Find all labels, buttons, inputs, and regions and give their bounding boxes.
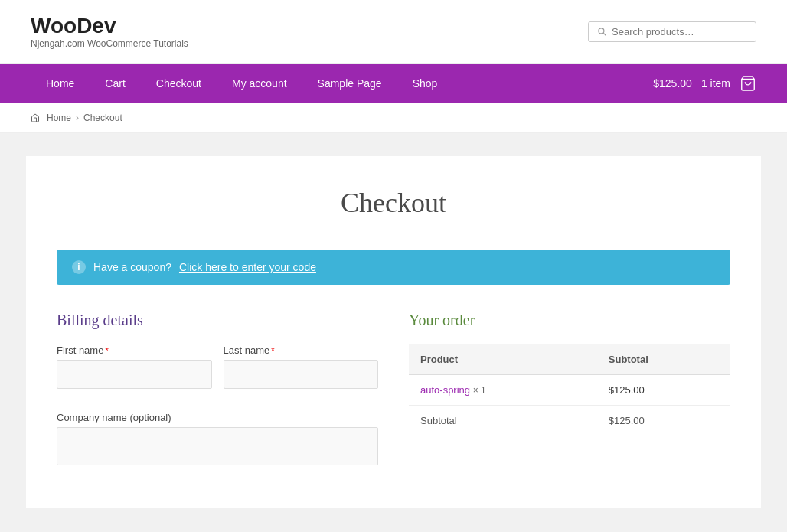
nav-item-home[interactable]: Home — [31, 64, 90, 103]
nav-item-checkout[interactable]: Checkout — [141, 64, 217, 103]
coupon-banner: i Have a coupon? Click here to enter you… — [57, 250, 730, 285]
company-name-label: Company name (optional) — [57, 412, 378, 423]
required-star-lastname: * — [271, 346, 274, 355]
product-cell: auto-spring × 1 — [409, 375, 597, 406]
company-name-input[interactable] — [57, 427, 378, 465]
last-name-group: Last name* — [224, 344, 379, 389]
breadcrumb-home[interactable]: Home — [47, 113, 71, 123]
nav-item-cart[interactable]: Cart — [90, 64, 140, 103]
last-name-input[interactable] — [224, 360, 379, 389]
site-nav: Home Cart Checkout My account Sample Pag… — [0, 64, 787, 103]
product-qty: × 1 — [473, 385, 486, 396]
product-price: $125.00 — [597, 375, 730, 406]
site-title: WooDev — [31, 14, 188, 38]
home-icon — [31, 113, 40, 122]
nav-item-myaccount[interactable]: My account — [217, 64, 302, 103]
subtotal-value: $125.00 — [597, 406, 730, 436]
cart-count: 1 item — [701, 77, 730, 90]
coupon-text: Have a coupon? — [93, 261, 171, 273]
first-name-group: First name* — [57, 344, 212, 389]
first-name-label: First name* — [57, 344, 212, 356]
cart-info: $125.00 1 item — [653, 75, 756, 92]
order-section: Your order Product Subtotal auto-spring … — [409, 312, 730, 477]
checkout-grid: Billing details First name* Last name* C… — [57, 312, 730, 477]
name-form-row: First name* Last name* — [57, 344, 378, 400]
billing-section: Billing details First name* Last name* C… — [57, 312, 378, 477]
billing-title: Billing details — [57, 312, 378, 329]
product-name-link[interactable]: auto-spring — [420, 384, 470, 396]
search-icon — [596, 26, 607, 37]
required-star-firstname: * — [105, 346, 108, 355]
coupon-link[interactable]: Click here to enter your code — [179, 261, 316, 273]
last-name-label: Last name* — [224, 344, 379, 356]
subtotal-row: Subtotal $125.00 — [409, 406, 730, 436]
nav-item-samplepage[interactable]: Sample Page — [302, 64, 397, 103]
breadcrumb-current: Checkout — [83, 113, 122, 123]
breadcrumb: Home › Checkout — [0, 103, 787, 133]
site-header: WooDev Njengah.com WooCommerce Tutorials — [0, 0, 787, 64]
cart-icon[interactable] — [740, 75, 756, 92]
subtotal-label: Subtotal — [409, 406, 597, 436]
info-icon: i — [72, 260, 86, 274]
site-branding: WooDev Njengah.com WooCommerce Tutorials — [31, 14, 188, 49]
order-col-product: Product — [409, 344, 597, 375]
table-row: auto-spring × 1 $125.00 — [409, 375, 730, 406]
breadcrumb-separator: › — [76, 113, 79, 123]
cart-total: $125.00 — [653, 77, 692, 90]
order-table: Product Subtotal auto-spring × 1 $125.00… — [409, 344, 730, 436]
main-content: Checkout i Have a coupon? Click here to … — [26, 156, 761, 508]
search-input[interactable] — [612, 26, 748, 38]
search-form[interactable] — [588, 21, 756, 42]
nav-links: Home Cart Checkout My account Sample Pag… — [31, 64, 452, 103]
page-title: Checkout — [57, 187, 730, 219]
first-name-input[interactable] — [57, 360, 212, 389]
order-title: Your order — [409, 312, 730, 329]
site-subtitle: Njengah.com WooCommerce Tutorials — [31, 38, 188, 49]
nav-item-shop[interactable]: Shop — [397, 64, 453, 103]
company-name-group: Company name (optional) — [57, 412, 378, 465]
order-col-subtotal: Subtotal — [597, 344, 730, 375]
